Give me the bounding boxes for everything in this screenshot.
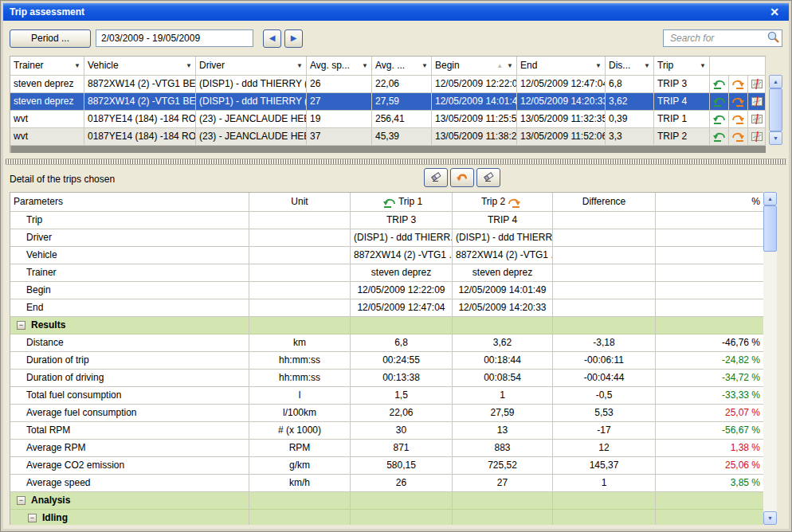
table-row[interactable]: wvt0187YE14 (184) -184 RO...(23) - JEANC… (10, 111, 766, 128)
filter-dropdown-icon[interactable]: ▼ (421, 57, 428, 75)
table-cell[interactable]: steven deprez (10, 93, 84, 111)
table-cell[interactable]: 12/05/2009 12:22:09 (432, 76, 517, 93)
swap-trips-button[interactable] (450, 168, 474, 187)
detail-row[interactable]: Vehicle8872XW14 (2) -VTG1 ...8872XW14 (2… (10, 247, 764, 264)
scrollbar-track[interactable] (763, 252, 777, 511)
collapse-icon[interactable]: − (17, 321, 25, 330)
assign-trip1-icon[interactable] (710, 76, 729, 93)
table-cell[interactable]: 256,41 (372, 111, 432, 128)
column-header-avg-sp[interactable]: Avg. sp...▼ (307, 57, 372, 76)
close-icon[interactable]: ✕ (767, 6, 782, 18)
table-cell[interactable]: TRIP 1 (654, 111, 710, 128)
assign-trip2-icon[interactable] (729, 111, 748, 128)
table-cell[interactable]: 3,3 (606, 128, 654, 146)
table-cell[interactable]: 45,39 (372, 128, 432, 146)
search-icon[interactable] (767, 30, 780, 46)
column-header-vehicle[interactable]: Vehicle▼ (84, 57, 196, 76)
detail-row[interactable]: TripTRIP 3TRIP 4 (10, 212, 764, 229)
column-header-driver[interactable]: Driver▼ (196, 57, 307, 76)
filter-dropdown-icon[interactable]: ▼ (507, 57, 513, 75)
column-header-end[interactable]: End▼ (517, 57, 606, 76)
column-header-trip[interactable]: Trip▼ (654, 57, 710, 76)
filter-dropdown-icon[interactable]: ▼ (700, 57, 706, 75)
table-cell[interactable]: 6,8 (606, 76, 654, 93)
table-cell[interactable]: 3,62 (606, 93, 654, 111)
table-cell[interactable]: 27 (307, 93, 372, 111)
column-header-begin[interactable]: Begin▲▼ (432, 57, 517, 76)
trips-scrollbar[interactable]: ▲ ▼ (769, 75, 782, 145)
table-cell[interactable]: 0187YE14 (184) -184 RO... (84, 128, 196, 146)
table-cell[interactable]: 12/05/2009 14:20:33 (517, 93, 606, 111)
scroll-down-icon[interactable]: ▼ (763, 511, 777, 525)
column-header-avg[interactable]: Avg. ...▼ (372, 57, 432, 76)
detail-row[interactable]: Duration of triphh:mm:ss00:24:5500:18:44… (10, 352, 764, 370)
section-row-results[interactable]: −Results (10, 317, 764, 334)
search-input[interactable] (668, 32, 767, 45)
detail-column-header-trip-2[interactable]: Trip 2 (453, 193, 553, 212)
table-cell[interactable]: 27,59 (372, 93, 432, 111)
filter-dropdown-icon[interactable]: ▼ (644, 57, 650, 75)
assign-trip1-icon[interactable] (710, 93, 729, 111)
scroll-down-icon[interactable]: ▼ (769, 131, 782, 145)
detail-row[interactable]: Trainersteven deprezsteven deprez (10, 264, 764, 282)
table-cell[interactable]: (DISP1) - ddd THIERRY (4) (196, 93, 307, 111)
table-cell[interactable]: (23) - JEANCLAUDE HEB... (196, 111, 307, 128)
table-cell[interactable]: 0,39 (606, 111, 654, 128)
clear-trip1-button[interactable] (424, 168, 448, 187)
detail-row[interactable]: End12/05/2009 12:47:0412/05/2009 14:20:3… (10, 299, 764, 317)
filter-dropdown-icon[interactable]: ▼ (362, 57, 368, 75)
detail-row[interactable]: Driver(DISP1) - ddd THIERR...(DISP1) - d… (10, 229, 764, 247)
table-cell[interactable]: 0187YE14 (184) -184 RO... (84, 111, 196, 128)
assign-trip2-icon[interactable] (729, 128, 748, 146)
next-period-button[interactable]: ▶ (284, 29, 303, 48)
prev-period-button[interactable]: ◀ (263, 29, 281, 48)
table-cell[interactable]: 12/05/2009 14:01:49 (432, 93, 517, 111)
filter-dropdown-icon[interactable]: ▼ (296, 57, 303, 75)
detail-row[interactable]: Total RPM# (x 1000)3013-17-56,67 % (10, 422, 764, 440)
trip-map-icon[interactable] (748, 93, 766, 111)
scroll-up-icon[interactable]: ▲ (769, 75, 782, 88)
filter-dropdown-icon[interactable]: ▼ (186, 57, 192, 75)
table-cell[interactable]: 13/05/2009 11:32:35 (517, 111, 606, 128)
table-cell[interactable]: 8872XW14 (2) -VTG1 BE... (84, 93, 196, 111)
assign-trip2-icon[interactable] (729, 76, 748, 93)
table-cell[interactable]: (DISP1) - ddd THIERRY (4) (196, 76, 307, 93)
table-cell[interactable]: 13/05/2009 11:25:58 (432, 111, 517, 128)
table-cell[interactable]: TRIP 3 (654, 76, 710, 93)
section-row-analysis[interactable]: −Analysis (10, 492, 764, 510)
table-cell[interactable]: wvt (10, 111, 84, 128)
table-cell[interactable]: 13/05/2009 11:38:26 (432, 128, 517, 146)
table-row[interactable]: steven deprez8872XW14 (2) -VTG1 BE...(DI… (10, 76, 766, 93)
table-cell[interactable]: 22,06 (372, 76, 432, 93)
table-cell[interactable]: 26 (307, 76, 372, 93)
trip-map-icon[interactable] (748, 128, 766, 146)
table-cell[interactable]: 12/05/2009 12:47:04 (517, 76, 606, 93)
detail-row[interactable]: Begin12/05/2009 12:22:0912/05/2009 14:01… (10, 282, 764, 299)
detail-row[interactable]: Average speedkm/h262713,85 % (10, 475, 764, 492)
table-cell[interactable]: TRIP 2 (654, 128, 710, 146)
collapse-icon[interactable]: − (17, 496, 25, 505)
table-cell[interactable]: 8872XW14 (2) -VTG1 BE... (84, 76, 196, 93)
detail-row[interactable]: Average RPMRPM871883121,38 % (10, 440, 764, 457)
table-row[interactable]: steven deprez8872XW14 (2) -VTG1 BE...(DI… (10, 93, 766, 111)
detail-row[interactable]: Distancekm6,83,62-3,18-46,76 % (10, 334, 764, 352)
table-cell[interactable]: 37 (307, 128, 372, 146)
column-header-trainer[interactable]: Trainer▼ (10, 57, 84, 76)
clear-trip2-button[interactable] (476, 168, 500, 187)
detail-row[interactable]: Average fuel consumptionl/100km22,0627,5… (10, 405, 764, 422)
date-range-field[interactable]: 2/03/2009 - 19/05/2009 (96, 29, 253, 47)
filter-dropdown-icon[interactable]: ▼ (595, 57, 602, 75)
table-cell[interactable]: 13/05/2009 11:52:06 (517, 128, 606, 146)
detail-row[interactable]: Total fuel consumptionl1,51-0,5-33,33 % (10, 387, 764, 405)
scroll-up-icon[interactable]: ▲ (763, 192, 777, 205)
table-cell[interactable]: wvt (10, 128, 84, 146)
collapse-icon[interactable]: − (28, 514, 37, 522)
table-cell[interactable]: steven deprez (10, 76, 84, 93)
table-cell[interactable]: TRIP 4 (654, 93, 710, 111)
scrollbar-thumb[interactable] (763, 205, 777, 252)
assign-trip2-icon[interactable] (729, 93, 748, 111)
column-header-dis[interactable]: Dis...▼ (606, 57, 654, 76)
trip-map-icon[interactable] (748, 111, 766, 128)
table-row[interactable]: wvt0187YE14 (184) -184 RO...(23) - JEANC… (10, 128, 766, 146)
detail-row[interactable]: Duration of drivinghh:mm:ss00:13:3800:08… (10, 370, 764, 387)
